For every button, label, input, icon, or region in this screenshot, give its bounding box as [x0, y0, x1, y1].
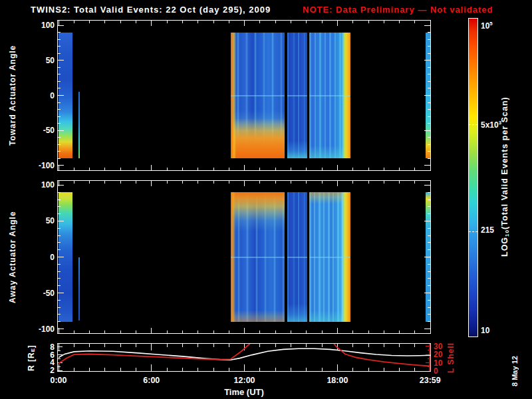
data-block: [231, 192, 285, 321]
angle-tick: [58, 206, 61, 207]
time-tick: [322, 21, 323, 23]
time-tick: [275, 168, 276, 170]
angle-tick: [58, 271, 61, 272]
time-tick: [337, 328, 338, 333]
angle-tick: [428, 300, 430, 301]
orbit-curves: [58, 344, 430, 371]
angle-tick: [428, 235, 430, 236]
l-shell-axis-label: L Shell: [446, 339, 456, 376]
data-block: [231, 33, 285, 158]
angle-tick: [58, 32, 61, 33]
r-tick-label: 6: [39, 350, 55, 360]
time-tick: [151, 21, 152, 26]
angle-tick: [58, 151, 61, 152]
time-tick: [89, 168, 90, 170]
time-tick: [414, 21, 415, 23]
angle-tick: [58, 278, 61, 279]
time-tick: [182, 168, 183, 170]
time-tick: [414, 181, 415, 184]
data-block: [287, 33, 307, 158]
data-block: [287, 192, 307, 321]
time-tick: [74, 21, 74, 23]
angle-tick: [428, 53, 430, 54]
angle-tick: [58, 235, 61, 236]
angle-tick: [58, 46, 61, 47]
time-tick: [306, 181, 307, 184]
time-tick-label: 23:59: [415, 376, 446, 385]
time-tick: [368, 168, 369, 170]
time-tick: [244, 21, 245, 26]
time-tick-label: 12:00: [229, 376, 260, 385]
time-tick: [167, 21, 168, 23]
angle-tick: [428, 32, 430, 33]
angle-tick: [428, 228, 430, 229]
spectrogram-away-panel: [57, 180, 431, 334]
l-shell-tick-label: 10: [434, 358, 447, 368]
time-tick: [430, 165, 431, 170]
time-tick: [337, 165, 338, 170]
angle-tick: [58, 213, 61, 214]
angle-tick: [428, 158, 430, 159]
angle-tick-label: -100: [31, 161, 55, 170]
angle-tick: [424, 221, 430, 221]
angle-tick: [428, 206, 430, 207]
time-tick: [306, 331, 307, 333]
angle-tick: [428, 213, 430, 214]
r-tick-label: 4: [39, 358, 55, 367]
angle-tick: [58, 116, 61, 117]
time-tick: [59, 181, 59, 186]
angle-tick: [58, 102, 61, 103]
time-tick: [182, 181, 183, 184]
angle-tick: [428, 137, 430, 138]
time-tick: [136, 331, 136, 333]
angle-tick-label: -50: [31, 289, 55, 298]
zero-angle-line: [231, 257, 285, 258]
angle-tick: [428, 74, 430, 74]
angle-tick-label: 100: [31, 180, 55, 190]
angle-tick: [424, 293, 430, 293]
time-tick: [244, 165, 245, 170]
time-tick: [151, 328, 152, 333]
angle-tick-label: -50: [31, 126, 55, 135]
time-tick: [291, 331, 291, 333]
data-block: [78, 257, 80, 321]
angle-tick: [58, 264, 61, 265]
time-tick-label: 18:00: [322, 376, 352, 385]
angle-tick: [428, 271, 430, 272]
time-tick: [259, 181, 260, 184]
time-tick: [213, 181, 214, 184]
time-tick: [229, 21, 229, 23]
time-tick: [352, 331, 353, 333]
time-tick: [182, 331, 183, 333]
time-tick-label: 6:00: [136, 376, 167, 385]
time-tick: [368, 331, 369, 333]
angle-tick: [58, 60, 64, 61]
time-tick: [291, 168, 291, 170]
time-tick: [213, 331, 214, 333]
time-tick: [104, 331, 105, 333]
colorbar-dashed-line: [469, 124, 477, 125]
angle-tick: [428, 285, 430, 286]
time-tick: [322, 331, 323, 333]
time-tick: [399, 168, 400, 170]
angle-tick: [428, 278, 430, 279]
time-tick: [198, 21, 198, 23]
angle-tick: [58, 321, 61, 322]
angle-tick: [58, 221, 64, 221]
time-tick: [352, 168, 353, 170]
angle-tick-label: 50: [31, 216, 55, 225]
page-title: TWINS2: Total Valid Events: 22 Oct (day …: [31, 5, 271, 15]
time-tick: [275, 21, 276, 23]
time-tick: [384, 168, 384, 170]
angle-tick: [58, 257, 64, 257]
angle-tick: [424, 185, 430, 186]
angle-tick: [58, 81, 61, 82]
time-tick: [368, 181, 369, 184]
time-tick: [167, 168, 168, 170]
angle-tick: [424, 329, 430, 329]
angle-tick-label: -100: [31, 325, 55, 334]
zero-angle-line: [287, 95, 307, 96]
angle-tick: [424, 25, 430, 26]
angle-tick: [428, 81, 430, 82]
time-tick: [384, 331, 384, 333]
